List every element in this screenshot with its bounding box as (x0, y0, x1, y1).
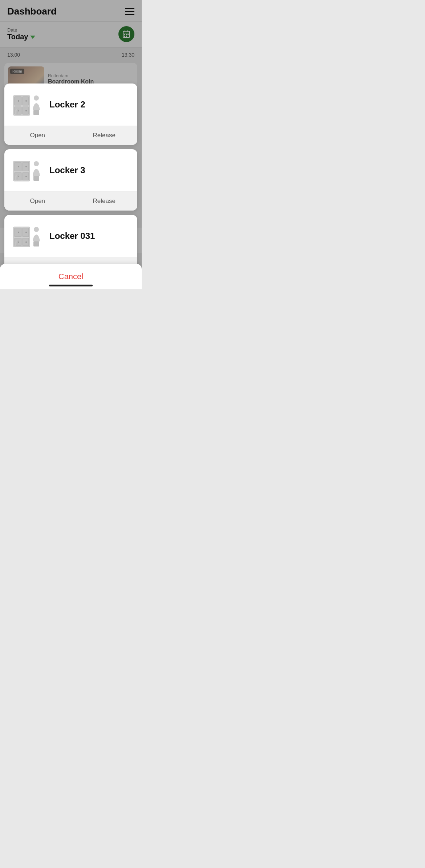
locker-2-actions: Open Release (4, 126, 137, 145)
svg-point-15 (25, 100, 27, 102)
locker-2-open-button[interactable]: Open (4, 126, 71, 145)
svg-point-14 (18, 100, 19, 102)
locker-card-2: Locker 2 Open Release (4, 83, 137, 145)
svg-point-18 (34, 95, 39, 101)
svg-point-28 (25, 176, 27, 177)
svg-point-40 (34, 227, 39, 232)
lockers-container: Locker 2 Open Release (0, 83, 142, 289)
locker-2-release-button[interactable]: Release (71, 126, 138, 145)
svg-point-39 (25, 241, 27, 243)
svg-rect-19 (33, 110, 39, 115)
locker-illustration-2 (12, 90, 44, 119)
svg-point-37 (25, 232, 27, 233)
cancel-button[interactable]: Cancel (8, 272, 134, 281)
svg-rect-30 (33, 176, 39, 181)
home-indicator (49, 285, 93, 286)
locker-card-top-3: Locker 3 (4, 149, 137, 191)
svg-point-26 (25, 166, 27, 167)
locker-card-3: Locker 3 Open Release (4, 149, 137, 211)
locker-3-actions: Open Release (4, 191, 137, 211)
locker-3-release-button[interactable]: Release (71, 192, 138, 211)
locker-2-name: Locker 2 (49, 99, 85, 110)
locker-illustration-3 (12, 156, 44, 185)
svg-point-29 (34, 161, 39, 166)
locker-card-top-2: Locker 2 (4, 83, 137, 126)
locker-031-name: Locker 031 (49, 231, 95, 241)
svg-point-36 (18, 232, 19, 233)
svg-point-17 (25, 110, 27, 111)
svg-rect-41 (33, 241, 39, 246)
locker-3-open-button[interactable]: Open (4, 192, 71, 211)
locker-3-name: Locker 3 (49, 165, 85, 175)
svg-point-25 (18, 166, 19, 167)
locker-card-top-031: Locker 031 (4, 215, 137, 257)
locker-illustration-031 (12, 221, 44, 250)
